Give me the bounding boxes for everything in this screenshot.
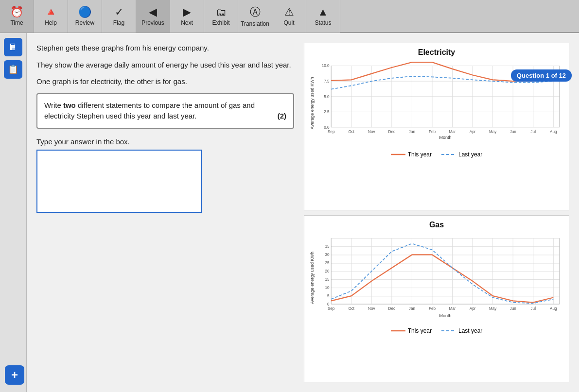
right-panel: Electricity Average energy used KWh (304, 43, 569, 382)
svg-text:10.0: 10.0 (322, 64, 330, 68)
svg-text:Average energy used KWh: Average energy used KWh (310, 252, 315, 304)
svg-text:Jul: Jul (531, 306, 536, 310)
toolbar: ⏰ Time 🔺 Help 🔵 Review ✓ Flag ◀ Previous… (0, 0, 579, 33)
question-bold: two (63, 101, 76, 109)
svg-text:Dec: Dec (388, 306, 395, 310)
content-area: Stephen gets these graphs from his energ… (27, 33, 579, 392)
translation-button[interactable]: Ⓐ Translation (238, 0, 272, 33)
svg-text:30: 30 (325, 252, 330, 256)
exhibit-icon: 🗂 (216, 6, 227, 18)
svg-text:0.0: 0.0 (324, 125, 330, 130)
svg-text:10: 10 (325, 286, 330, 290)
svg-text:Feb: Feb (429, 130, 436, 134)
answer-label: Type your answer in the box. (36, 137, 294, 146)
time-button[interactable]: ⏰ Time (0, 0, 34, 33)
svg-text:Jun: Jun (510, 306, 516, 310)
this-year-label: This year (408, 151, 432, 158)
svg-text:Sep: Sep (328, 130, 335, 134)
last-year-label: Last year (458, 151, 482, 158)
electricity-this-year-legend: This year (391, 151, 432, 158)
time-icon: ⏰ (10, 6, 23, 18)
answer-input[interactable] (36, 150, 202, 213)
status-icon: ▲ (318, 6, 329, 18)
svg-text:0: 0 (327, 302, 330, 306)
svg-text:Dec: Dec (388, 130, 395, 134)
svg-text:Month: Month (439, 313, 452, 318)
quit-icon: ⚠ (284, 6, 294, 18)
svg-text:Oct: Oct (348, 130, 354, 134)
svg-text:Jan: Jan (409, 130, 415, 134)
status-button[interactable]: ▲ Status (306, 0, 340, 33)
svg-text:Jun: Jun (510, 130, 516, 134)
svg-text:Aug: Aug (550, 130, 557, 134)
svg-text:Apr: Apr (470, 306, 476, 310)
help-button[interactable]: 🔺 Help (34, 0, 68, 33)
question-points: (2) (278, 111, 286, 122)
question-badge: Question 1 of 12 (511, 69, 572, 82)
electricity-legend: This year Last year (309, 151, 564, 158)
gas-chart: Gas Average energy used KWh (304, 215, 569, 383)
intro-line3: One graph is for electricity, the other … (36, 76, 294, 87)
svg-text:35: 35 (325, 244, 330, 248)
exhibit-button[interactable]: 🗂 Exhibit (204, 0, 238, 33)
svg-text:Average energy used KWh: Average energy used KWh (310, 77, 315, 130)
svg-text:Apr: Apr (470, 130, 476, 134)
next-icon: ▶ (183, 6, 191, 18)
svg-text:15: 15 (325, 277, 330, 282)
gas-this-year-label: This year (408, 327, 432, 334)
review-icon: 🔵 (78, 6, 91, 18)
intro-line2: They show the average daily amount of en… (36, 60, 294, 71)
svg-text:Nov: Nov (368, 130, 375, 134)
gas-last-year-label: Last year (458, 327, 482, 334)
notepad-button[interactable]: 📋 (4, 60, 22, 79)
main-content: 🖩 📋 Stephen gets these graphs from his e… (0, 33, 579, 392)
previous-button[interactable]: ◀ Previous (136, 0, 170, 33)
svg-text:Jan: Jan (409, 306, 415, 310)
gas-legend: This year Last year (309, 327, 564, 334)
gas-this-year-legend: This year (391, 327, 432, 334)
svg-text:Mar: Mar (449, 130, 456, 134)
previous-icon: ◀ (149, 6, 157, 18)
question-prefix: Write (44, 101, 63, 109)
help-icon: 🔺 (44, 6, 57, 18)
gas-svg: Average energy used KWh (309, 232, 564, 324)
svg-text:May: May (489, 306, 497, 310)
flag-button[interactable]: ✓ Flag (102, 0, 136, 33)
review-button[interactable]: 🔵 Review (68, 0, 102, 33)
svg-text:Nov: Nov (368, 306, 375, 310)
gas-chart-title: Gas (309, 221, 564, 229)
gas-last-year-legend: Last year (441, 327, 482, 334)
intro-line1: Stephen gets these graphs from his energ… (36, 43, 294, 54)
svg-text:Sep: Sep (328, 306, 335, 310)
svg-text:20: 20 (325, 269, 330, 273)
translation-icon: Ⓐ (250, 5, 261, 19)
svg-text:7.5: 7.5 (324, 79, 330, 84)
svg-text:Jul: Jul (531, 130, 536, 134)
svg-text:25: 25 (325, 260, 330, 265)
question-suffix: different statements to compare the amou… (44, 101, 255, 120)
question-box: Write two different statements to compar… (36, 93, 294, 129)
svg-text:May: May (489, 130, 497, 134)
electricity-chart: Electricity Average energy used KWh (304, 43, 569, 210)
sidebar: 🖩 📋 (0, 33, 27, 392)
left-panel: Stephen gets these graphs from his energ… (36, 43, 294, 382)
svg-text:5.0: 5.0 (324, 95, 330, 99)
svg-text:5: 5 (327, 294, 330, 298)
electricity-chart-title: Electricity (309, 48, 564, 57)
svg-text:Mar: Mar (449, 306, 456, 310)
svg-text:Feb: Feb (429, 306, 436, 310)
svg-text:Aug: Aug (550, 306, 557, 310)
electricity-last-year-legend: Last year (441, 151, 482, 158)
quit-button[interactable]: ⚠ Quit (272, 0, 306, 33)
svg-text:Oct: Oct (348, 306, 354, 310)
next-button[interactable]: ▶ Next (170, 0, 204, 33)
flag-icon: ✓ (115, 6, 123, 18)
calculator-button[interactable]: 🖩 (4, 38, 22, 56)
add-button[interactable]: + (5, 365, 24, 385)
svg-text:Month: Month (439, 135, 452, 140)
svg-text:2.5: 2.5 (324, 110, 330, 114)
